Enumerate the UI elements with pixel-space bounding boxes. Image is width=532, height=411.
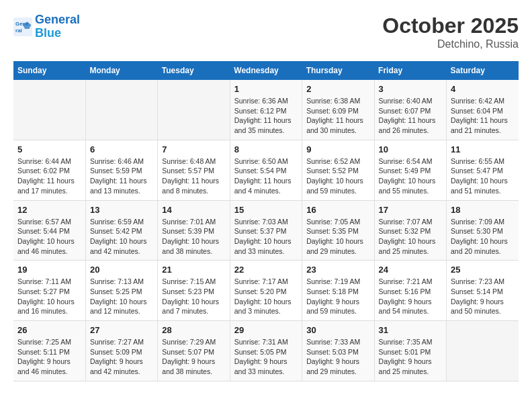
day-number: 13 xyxy=(90,205,153,215)
day-number: 17 xyxy=(379,205,442,215)
header-tuesday: Tuesday xyxy=(158,61,230,80)
day-info: Sunrise: 7:35 AMSunset: 5:01 PMDaylight:… xyxy=(379,337,442,377)
logo-text: General Blue xyxy=(35,13,80,40)
day-info: Sunrise: 6:36 AMSunset: 6:12 PMDaylight:… xyxy=(234,96,298,136)
day-number: 20 xyxy=(90,265,153,275)
day-info: Sunrise: 7:27 AMSunset: 5:09 PMDaylight:… xyxy=(90,337,153,377)
day-number: 28 xyxy=(162,325,225,335)
day-number: 30 xyxy=(306,325,369,335)
calendar-day-cell: 4Sunrise: 6:42 AMSunset: 6:04 PMDaylight… xyxy=(447,80,519,140)
month-year-title: October 2025 xyxy=(382,13,519,38)
day-number: 5 xyxy=(17,144,81,154)
day-info: Sunrise: 6:50 AMSunset: 5:54 PMDaylight:… xyxy=(234,156,298,196)
calendar-day-cell: 9Sunrise: 6:52 AMSunset: 5:52 PMDaylight… xyxy=(302,140,374,200)
header-friday: Friday xyxy=(374,61,446,80)
calendar-day-cell: 19Sunrise: 7:11 AMSunset: 5:27 PMDayligh… xyxy=(13,261,85,321)
day-number: 31 xyxy=(379,325,442,335)
calendar-day-cell: 13Sunrise: 6:59 AMSunset: 5:42 PMDayligh… xyxy=(85,200,157,261)
day-number: 25 xyxy=(451,265,515,275)
day-number: 1 xyxy=(234,84,298,94)
day-number: 4 xyxy=(451,84,515,94)
calendar-day-cell: 17Sunrise: 7:07 AMSunset: 5:32 PMDayligh… xyxy=(374,200,446,261)
calendar-day-cell: 29Sunrise: 7:31 AMSunset: 5:05 PMDayligh… xyxy=(230,321,302,381)
day-info: Sunrise: 7:29 AMSunset: 5:07 PMDaylight:… xyxy=(162,337,225,377)
day-number: 15 xyxy=(234,205,298,215)
header-sunday: Sunday xyxy=(13,61,85,80)
day-info: Sunrise: 6:54 AMSunset: 5:49 PMDaylight:… xyxy=(379,156,442,196)
day-info: Sunrise: 7:19 AMSunset: 5:18 PMDaylight:… xyxy=(306,277,369,316)
day-info: Sunrise: 6:46 AMSunset: 5:59 PMDaylight:… xyxy=(90,156,153,196)
day-number: 29 xyxy=(234,325,298,335)
calendar-week-row: 19Sunrise: 7:11 AMSunset: 5:27 PMDayligh… xyxy=(13,261,519,321)
svg-text:ral: ral xyxy=(15,28,22,34)
calendar-day-cell xyxy=(85,80,157,140)
day-number: 3 xyxy=(379,84,442,94)
day-info: Sunrise: 6:57 AMSunset: 5:44 PMDaylight:… xyxy=(17,217,81,257)
day-info: Sunrise: 6:55 AMSunset: 5:47 PMDaylight:… xyxy=(451,156,515,196)
day-info: Sunrise: 7:15 AMSunset: 5:23 PMDaylight:… xyxy=(162,277,225,316)
day-number: 12 xyxy=(17,205,81,215)
calendar-body: 1Sunrise: 6:36 AMSunset: 6:12 PMDaylight… xyxy=(13,80,519,381)
calendar-day-cell: 14Sunrise: 7:01 AMSunset: 5:39 PMDayligh… xyxy=(158,200,230,261)
day-number: 19 xyxy=(17,265,81,275)
calendar-day-cell: 25Sunrise: 7:23 AMSunset: 5:14 PMDayligh… xyxy=(447,261,519,321)
calendar-day-cell: 23Sunrise: 7:19 AMSunset: 5:18 PMDayligh… xyxy=(302,261,374,321)
day-info: Sunrise: 6:44 AMSunset: 6:02 PMDaylight:… xyxy=(17,156,81,196)
day-number: 8 xyxy=(234,144,298,154)
day-info: Sunrise: 7:05 AMSunset: 5:35 PMDaylight:… xyxy=(306,217,369,257)
day-info: Sunrise: 7:23 AMSunset: 5:14 PMDaylight:… xyxy=(451,277,515,316)
calendar-day-cell xyxy=(13,80,85,140)
calendar-day-cell: 26Sunrise: 7:25 AMSunset: 5:11 PMDayligh… xyxy=(13,321,85,381)
header-thursday: Thursday xyxy=(302,61,374,80)
header-saturday: Saturday xyxy=(447,61,519,80)
day-number: 11 xyxy=(451,144,515,154)
day-info: Sunrise: 7:17 AMSunset: 5:20 PMDaylight:… xyxy=(234,277,298,316)
header-row: Sunday Monday Tuesday Wednesday Thursday… xyxy=(13,61,519,80)
calendar-table: Sunday Monday Tuesday Wednesday Thursday… xyxy=(13,61,519,381)
calendar-week-row: 12Sunrise: 6:57 AMSunset: 5:44 PMDayligh… xyxy=(13,200,519,261)
calendar-week-row: 5Sunrise: 6:44 AMSunset: 6:02 PMDaylight… xyxy=(13,140,519,200)
header-wednesday: Wednesday xyxy=(230,61,302,80)
day-info: Sunrise: 7:01 AMSunset: 5:39 PMDaylight:… xyxy=(162,217,225,257)
calendar-day-cell xyxy=(447,321,519,381)
calendar-day-cell: 8Sunrise: 6:50 AMSunset: 5:54 PMDaylight… xyxy=(230,140,302,200)
day-number: 22 xyxy=(234,265,298,275)
day-info: Sunrise: 6:52 AMSunset: 5:52 PMDaylight:… xyxy=(306,156,369,196)
day-info: Sunrise: 7:13 AMSunset: 5:25 PMDaylight:… xyxy=(90,277,153,316)
calendar-day-cell: 3Sunrise: 6:40 AMSunset: 6:07 PMDaylight… xyxy=(374,80,446,140)
calendar-day-cell: 10Sunrise: 6:54 AMSunset: 5:49 PMDayligh… xyxy=(374,140,446,200)
calendar-day-cell: 12Sunrise: 6:57 AMSunset: 5:44 PMDayligh… xyxy=(13,200,85,261)
calendar-day-cell: 16Sunrise: 7:05 AMSunset: 5:35 PMDayligh… xyxy=(302,200,374,261)
calendar-day-cell: 18Sunrise: 7:09 AMSunset: 5:30 PMDayligh… xyxy=(447,200,519,261)
day-number: 9 xyxy=(306,144,369,154)
logo: Gene ral General Blue xyxy=(13,13,80,40)
day-number: 27 xyxy=(90,325,153,335)
day-info: Sunrise: 7:11 AMSunset: 5:27 PMDaylight:… xyxy=(17,277,81,316)
title-block: October 2025 Detchino, Russia xyxy=(382,13,519,50)
day-number: 23 xyxy=(306,265,369,275)
day-info: Sunrise: 7:21 AMSunset: 5:16 PMDaylight:… xyxy=(379,277,442,316)
calendar-day-cell: 28Sunrise: 7:29 AMSunset: 5:07 PMDayligh… xyxy=(158,321,230,381)
day-number: 7 xyxy=(162,144,225,154)
day-number: 24 xyxy=(379,265,442,275)
day-info: Sunrise: 7:33 AMSunset: 5:03 PMDaylight:… xyxy=(306,337,369,377)
day-info: Sunrise: 6:42 AMSunset: 6:04 PMDaylight:… xyxy=(451,96,515,136)
calendar-day-cell: 24Sunrise: 7:21 AMSunset: 5:16 PMDayligh… xyxy=(374,261,446,321)
header-monday: Monday xyxy=(85,61,157,80)
calendar-day-cell: 20Sunrise: 7:13 AMSunset: 5:25 PMDayligh… xyxy=(85,261,157,321)
day-info: Sunrise: 6:38 AMSunset: 6:09 PMDaylight:… xyxy=(306,96,369,136)
calendar-day-cell: 2Sunrise: 6:38 AMSunset: 6:09 PMDaylight… xyxy=(302,80,374,140)
calendar-day-cell: 7Sunrise: 6:48 AMSunset: 5:57 PMDaylight… xyxy=(158,140,230,200)
calendar-day-cell: 30Sunrise: 7:33 AMSunset: 5:03 PMDayligh… xyxy=(302,321,374,381)
day-number: 6 xyxy=(90,144,153,154)
calendar-day-cell: 11Sunrise: 6:55 AMSunset: 5:47 PMDayligh… xyxy=(447,140,519,200)
day-info: Sunrise: 6:40 AMSunset: 6:07 PMDaylight:… xyxy=(379,96,442,136)
calendar-week-row: 26Sunrise: 7:25 AMSunset: 5:11 PMDayligh… xyxy=(13,321,519,381)
day-number: 14 xyxy=(162,205,225,215)
logo-icon: Gene ral xyxy=(13,17,32,36)
day-number: 18 xyxy=(451,205,515,215)
day-info: Sunrise: 7:31 AMSunset: 5:05 PMDaylight:… xyxy=(234,337,298,377)
calendar-day-cell: 27Sunrise: 7:27 AMSunset: 5:09 PMDayligh… xyxy=(85,321,157,381)
day-number: 21 xyxy=(162,265,225,275)
calendar-day-cell: 31Sunrise: 7:35 AMSunset: 5:01 PMDayligh… xyxy=(374,321,446,381)
